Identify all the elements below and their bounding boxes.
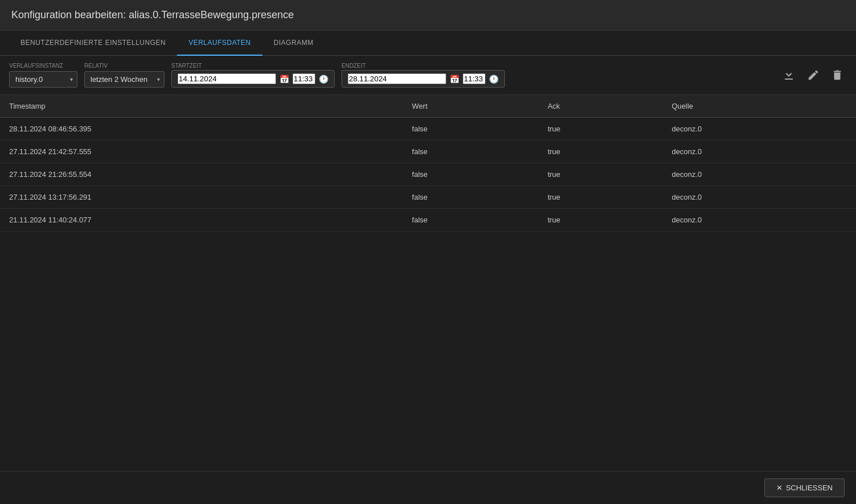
col-header-wert: Wert xyxy=(403,95,538,118)
calendar-icon[interactable]: 📅 xyxy=(279,75,289,84)
cell-quelle: deconz.0 xyxy=(662,118,856,141)
verlaufsinstanz-label: Verlaufsinstanz xyxy=(9,63,77,69)
relativ-label: Relativ xyxy=(84,63,164,69)
table-row: 27.11.2024 13:17:56.291falsetruedeconz.0 xyxy=(0,186,856,209)
close-icon: ✕ xyxy=(776,484,783,492)
endzeit-label: Endzeit xyxy=(341,63,505,69)
startzeit-wrapper: 📅 🕐 xyxy=(171,70,335,88)
cell-wert: false xyxy=(403,118,538,141)
controls-bar: Verlaufsinstanz history.0 ▾ Relativ letz… xyxy=(0,56,856,95)
verlaufsinstanz-select[interactable]: history.0 xyxy=(9,71,77,88)
page-title: Konfiguration bearbeiten: alias.0.Terras… xyxy=(0,0,856,31)
cell-ack: true xyxy=(538,118,662,141)
col-header-ack: Ack xyxy=(538,95,662,118)
cell-timestamp: 27.11.2024 21:42:57.555 xyxy=(0,141,403,163)
cell-ack: true xyxy=(538,209,662,232)
cell-timestamp: 28.11.2024 08:46:56.395 xyxy=(0,118,403,141)
table-row: 28.11.2024 08:46:56.395falsetruedeconz.0 xyxy=(0,118,856,141)
col-header-quelle: Quelle xyxy=(662,95,856,118)
startzeit-field: Startzeit 📅 🕐 xyxy=(171,63,335,88)
cell-quelle: deconz.0 xyxy=(662,163,856,186)
tab-diagram[interactable]: DIAGRAMM xyxy=(262,31,325,56)
verlaufsinstanz-group: Verlaufsinstanz history.0 ▾ xyxy=(9,63,77,88)
table-header-row: Timestamp Wert Ack Quelle xyxy=(0,95,856,118)
tab-custom-settings[interactable]: BENUTZERDEFINIERTE EINSTELLUNGEN xyxy=(9,31,177,56)
cell-quelle: deconz.0 xyxy=(662,141,856,163)
cell-ack: true xyxy=(538,163,662,186)
table-row: 27.11.2024 21:42:57.555falsetruedeconz.0 xyxy=(0,141,856,163)
close-button[interactable]: ✕ SCHLIESSEN xyxy=(764,478,845,497)
endzeit-date-input[interactable] xyxy=(348,73,446,84)
relativ-select-wrapper[interactable]: letzten 2 Wochen letzten 1 Woche letzten… xyxy=(84,71,164,88)
clock-icon[interactable]: 🕐 xyxy=(319,75,328,84)
cell-quelle: deconz.0 xyxy=(662,186,856,209)
cell-wert: false xyxy=(403,163,538,186)
table-row: 27.11.2024 21:26:55.554falsetruedeconz.0 xyxy=(0,163,856,186)
tabs-bar: BENUTZERDEFINIERTE EINSTELLUNGEN VERLAUF… xyxy=(0,31,856,56)
startzeit-date-input[interactable] xyxy=(178,73,276,84)
cell-wert: false xyxy=(403,186,538,209)
startzeit-time-input[interactable] xyxy=(293,73,315,84)
calendar-icon-2[interactable]: 📅 xyxy=(450,75,459,84)
table-row: 21.11.2024 11:40:24.077falsetruedeconz.0 xyxy=(0,209,856,232)
cell-ack: true xyxy=(538,186,662,209)
relativ-select[interactable]: letzten 2 Wochen letzten 1 Woche letzten… xyxy=(84,71,164,88)
tab-history-data[interactable]: VERLAUFSDATEN xyxy=(177,31,262,56)
footer-bar: ✕ SCHLIESSEN xyxy=(0,471,856,504)
cell-timestamp: 27.11.2024 21:26:55.554 xyxy=(0,163,403,186)
download-button[interactable] xyxy=(779,65,799,85)
endzeit-field: Endzeit 📅 🕐 xyxy=(341,63,505,88)
endzeit-wrapper: 📅 🕐 xyxy=(341,70,505,88)
clock-icon-2[interactable]: 🕐 xyxy=(489,75,499,84)
toolbar-icons xyxy=(779,65,847,85)
cell-wert: false xyxy=(403,209,538,232)
delete-button[interactable] xyxy=(828,65,847,85)
cell-quelle: deconz.0 xyxy=(662,209,856,232)
edit-button[interactable] xyxy=(804,65,823,85)
cell-timestamp: 27.11.2024 13:17:56.291 xyxy=(0,186,403,209)
close-label: SCHLIESSEN xyxy=(786,484,833,492)
endzeit-time-input[interactable] xyxy=(463,73,485,84)
relativ-group: Relativ letzten 2 Wochen letzten 1 Woche… xyxy=(84,63,164,88)
data-table: Timestamp Wert Ack Quelle 28.11.2024 08:… xyxy=(0,95,856,232)
startzeit-label: Startzeit xyxy=(171,63,335,69)
table-container: Timestamp Wert Ack Quelle 28.11.2024 08:… xyxy=(0,95,856,471)
cell-timestamp: 21.11.2024 11:40:24.077 xyxy=(0,209,403,232)
col-header-timestamp: Timestamp xyxy=(0,95,403,118)
cell-ack: true xyxy=(538,141,662,163)
cell-wert: false xyxy=(403,141,538,163)
verlaufsinstanz-select-wrapper[interactable]: history.0 ▾ xyxy=(9,71,77,88)
